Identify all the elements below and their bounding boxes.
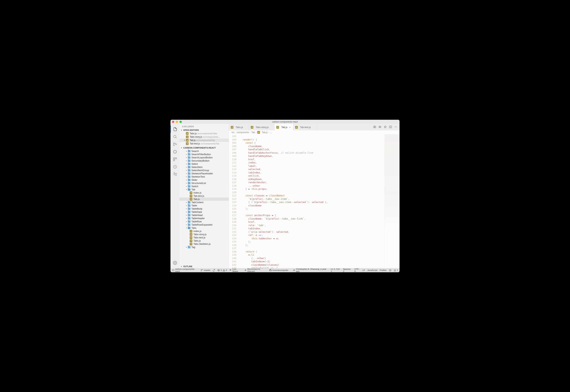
editor-filename: Tab.js: [190, 139, 196, 141]
more-actions-icon[interactable]: [394, 126, 397, 129]
debug-icon[interactable]: [171, 148, 180, 155]
tree-folder[interactable]: ▸SearchFilterButton: [180, 153, 229, 156]
tree-file[interactable]: JSindex.js: [180, 229, 229, 233]
folder-icon: [188, 227, 190, 229]
editor-tab[interactable]: JSTabs-story.js: [249, 124, 274, 130]
sb-eol[interactable]: LF: [362, 269, 365, 271]
explorer-icon[interactable]: [171, 126, 180, 133]
tree-folder[interactable]: ▸SelectItem: [180, 166, 229, 169]
file-tree[interactable]: ▸Search▸SearchFilterButton▸SearchLayoutB…: [180, 150, 229, 265]
tree-folder[interactable]: ▸SkeletonText: [180, 175, 229, 178]
sb-blame[interactable]: Christopher A. Dhanaraj, a year ago: [293, 268, 329, 272]
tree-folder[interactable]: ▾Tab: [180, 188, 229, 191]
sb-discord[interactable]: Reconnect to Discord: [244, 268, 267, 272]
tree-item-label: TableRow: [191, 220, 202, 223]
sb-sync[interactable]: [213, 269, 215, 271]
editor-tab[interactable]: JSTabs.js: [229, 124, 249, 130]
tree-file[interactable]: JSTabs-test.js: [180, 236, 229, 239]
tree-folder[interactable]: ▸SearchLayoutButton: [180, 156, 229, 159]
sb-liveshare[interactable]: Live Share: [229, 268, 242, 272]
tree-folder[interactable]: ▸Switch: [180, 185, 229, 188]
tree-folder[interactable]: ▸TableData: [180, 210, 229, 213]
sb-errors[interactable]: 0 0: [217, 269, 227, 271]
editor-path: src/components/Tab: [201, 142, 219, 145]
folder-icon: [188, 188, 190, 191]
compare-changes-icon[interactable]: [373, 126, 376, 129]
tree-folder[interactable]: ▸SkeletonPlaceholder: [180, 172, 229, 175]
tree-item-label: StructuredList: [191, 182, 206, 184]
open-editor-item[interactable]: ×JSTabs-story.jssrc/components/...: [180, 135, 229, 139]
close-icon[interactable]: ×: [183, 139, 186, 141]
svg-rect-6: [175, 158, 176, 159]
tree-folder[interactable]: ▸Search: [180, 150, 229, 153]
tree-file[interactable]: JSTabs.js: [180, 239, 229, 242]
tree-file[interactable]: JSTab-test.js: [180, 194, 229, 197]
sb-github[interactable]: lovemecomputer: [269, 269, 288, 271]
sb-prettier[interactable]: Prettier: [380, 269, 387, 271]
editor-tab[interactable]: JSTab.js×: [274, 124, 293, 130]
close-icon[interactable]: ×: [289, 126, 291, 129]
tree-file[interactable]: JSTabs.Skeleton.js: [180, 242, 229, 246]
split-editor-icon[interactable]: [389, 126, 392, 129]
tree-folder[interactable]: ▸TableRowExpanded: [180, 223, 229, 226]
minimize-window-button[interactable]: [176, 121, 178, 123]
sb-feedback[interactable]: [389, 269, 391, 271]
tree-item-label: Tabs-story.js: [193, 233, 206, 236]
timeline-icon[interactable]: [171, 163, 180, 171]
sb-branch[interactable]: master: [201, 269, 210, 271]
source-control-icon[interactable]: [171, 140, 180, 148]
svg-point-23: [389, 269, 391, 271]
tree-folder[interactable]: ▸Slider: [180, 178, 229, 182]
tree-folder[interactable]: ▸TableHeader: [180, 217, 229, 220]
outline-header[interactable]: ▸ OUTLINE: [180, 265, 229, 268]
folder-icon: [188, 176, 190, 178]
close-window-button[interactable]: [172, 121, 174, 123]
editor-tab[interactable]: JSTab-test.js: [293, 124, 317, 130]
project-header[interactable]: ▾ CARBON-COMPONENTS-REACT: [180, 146, 229, 150]
extensions-icon[interactable]: [171, 155, 180, 163]
code-editor[interactable]: 1031041051061071081091101111121131141151…: [229, 134, 399, 268]
tree-file[interactable]: JSTabs-story.js: [180, 233, 229, 236]
tree-folder[interactable]: ▾Tabs: [180, 226, 229, 229]
maximize-window-button[interactable]: [180, 121, 182, 123]
open-editors-list: ×JSTabs.jssrc/components/Tabs×JSTabs-sto…: [180, 132, 229, 146]
tree-file[interactable]: JSTab.js: [180, 197, 229, 201]
folder-icon: [188, 179, 190, 181]
tree-item-label: Tab.js: [193, 198, 200, 200]
chevron-down-icon: ▾: [185, 227, 187, 229]
open-editor-item[interactable]: ×JSTab-test.jssrc/components/Tab: [180, 142, 229, 145]
tree-folder[interactable]: ▸TableRow: [180, 220, 229, 223]
tree-folder[interactable]: ▸TableHead: [180, 213, 229, 217]
sb-language[interactable]: JavaScript: [367, 269, 377, 271]
settings-gear-icon[interactable]: [171, 259, 180, 266]
svg-point-16: [396, 126, 397, 127]
tree-folder[interactable]: ▸StructuredList: [180, 182, 229, 185]
tree-folder[interactable]: ▸Table: [180, 204, 229, 207]
open-editors-header[interactable]: ▾ OPEN EDITORS: [180, 128, 229, 132]
tree-folder[interactable]: ▸SelectItemGroup: [180, 169, 229, 172]
tree-folder[interactable]: ▸TableBody: [180, 207, 229, 210]
open-preview-icon[interactable]: [378, 126, 382, 129]
minimap[interactable]: [385, 134, 399, 268]
sb-encoding[interactable]: UTF-8: [355, 268, 360, 272]
tree-folder[interactable]: ▸TabContent: [180, 201, 229, 204]
tree-folder[interactable]: ▸SecondaryButton: [180, 159, 229, 162]
sb-position[interactable]: Ln 1, Col 1: [331, 268, 341, 272]
code-content[interactable]: render() { const { className, handleTabC…: [239, 134, 385, 268]
editor-area: JSTabs.jsJSTabs-story.jsJSTab.js×JSTab-t…: [229, 124, 399, 268]
breadcrumb[interactable]: src› components› Tab› JS Tab.js› ...: [229, 130, 399, 134]
open-editor-item[interactable]: ×JSTab.jssrc/components/Tab: [180, 139, 229, 142]
sb-project[interactable]: carbon-components-react: [172, 268, 198, 272]
tree-folder[interactable]: ▸Tag: [180, 246, 229, 249]
open-editor-item[interactable]: ×JSTabs.jssrc/components/Tabs: [180, 132, 229, 135]
chevron-down-icon: ▾: [185, 189, 187, 190]
tree-item-label: index.js: [193, 192, 201, 194]
tree-item-label: TableHead: [191, 214, 203, 217]
search-icon[interactable]: [171, 133, 180, 140]
tree-folder[interactable]: ▸Select: [180, 162, 229, 166]
run-icon[interactable]: [384, 126, 387, 129]
sb-notifications[interactable]: 1: [394, 269, 398, 271]
sb-spaces[interactable]: Spaces: 2: [343, 268, 352, 272]
tree-file[interactable]: JSindex.js: [180, 191, 229, 194]
liveshare-icon[interactable]: [171, 171, 180, 178]
